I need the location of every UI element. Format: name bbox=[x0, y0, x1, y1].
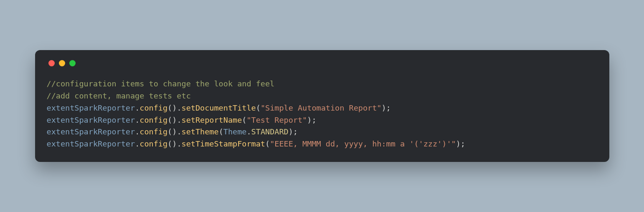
code-punct: () bbox=[167, 139, 177, 148]
code-punct: ( bbox=[256, 103, 261, 112]
code-punct: ) bbox=[456, 139, 461, 148]
window-controls bbox=[47, 60, 598, 66]
code-punct: . bbox=[177, 103, 181, 112]
code-method: config bbox=[139, 116, 167, 124]
code-method: setTimeStampFormat bbox=[182, 139, 265, 148]
code-punct: ( bbox=[242, 116, 246, 124]
code-block: //configuration items to change the look… bbox=[47, 78, 598, 150]
code-punct: () bbox=[167, 127, 177, 136]
code-string: "Simple Automation Report" bbox=[261, 103, 382, 112]
code-constant: STANDARD bbox=[251, 127, 289, 136]
code-punct: ) bbox=[381, 103, 386, 112]
minimize-button[interactable] bbox=[59, 60, 65, 66]
code-punct: ( bbox=[265, 139, 270, 148]
code-comment: //add content, manage tests etc bbox=[47, 91, 191, 100]
code-identifier: extentSparkReporter bbox=[47, 103, 135, 112]
code-comment: //configuration items to change the look… bbox=[47, 79, 275, 88]
code-punct: . bbox=[177, 116, 181, 124]
close-button[interactable] bbox=[48, 60, 55, 66]
code-identifier: extentSparkReporter bbox=[47, 139, 135, 148]
code-method: config bbox=[139, 103, 167, 112]
code-punct: ; bbox=[461, 139, 465, 148]
code-punct: ; bbox=[293, 127, 298, 136]
code-method: setDocumentTitle bbox=[182, 103, 256, 112]
code-punct: ) bbox=[307, 116, 312, 124]
code-punct: . bbox=[135, 103, 139, 112]
code-punct: () bbox=[167, 103, 177, 112]
code-punct: ( bbox=[219, 127, 223, 136]
code-punct: . bbox=[177, 127, 181, 136]
code-punct: ) bbox=[289, 127, 293, 136]
code-punct: . bbox=[135, 127, 139, 136]
code-identifier: extentSparkReporter bbox=[47, 116, 135, 124]
code-window: //configuration items to change the look… bbox=[35, 50, 609, 162]
code-punct: . bbox=[177, 139, 181, 148]
code-string: "EEEE, MMMM dd, yyyy, hh:mm a '('zzz')'" bbox=[270, 139, 456, 148]
code-method: setTheme bbox=[182, 127, 219, 136]
code-string: "Test Report" bbox=[246, 116, 307, 124]
maximize-button[interactable] bbox=[69, 60, 76, 66]
code-punct: () bbox=[167, 116, 177, 124]
code-punct: ; bbox=[386, 103, 391, 112]
code-punct: . bbox=[135, 116, 139, 124]
code-method: config bbox=[139, 139, 167, 148]
code-type: Theme bbox=[223, 127, 247, 136]
code-punct: . bbox=[135, 139, 139, 148]
code-punct: ; bbox=[312, 116, 316, 124]
code-method: setReportName bbox=[182, 116, 242, 124]
code-method: config bbox=[139, 127, 167, 136]
code-punct: . bbox=[246, 127, 251, 136]
code-identifier: extentSparkReporter bbox=[47, 127, 135, 136]
